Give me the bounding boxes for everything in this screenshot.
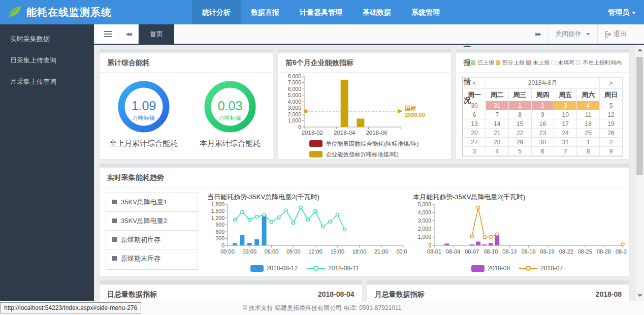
svg-text:09:00: 09:00 (286, 248, 301, 255)
calendar-day[interactable]: 22 (508, 129, 531, 138)
weekday-header: 周日 (600, 89, 623, 101)
sidebar-item-realtime-data[interactable]: 实时采集数据 (0, 28, 94, 50)
calendar-day[interactable]: 13 (463, 119, 486, 129)
calendar-day[interactable]: 1 (508, 101, 531, 110)
calendar-day[interactable]: 6 (463, 110, 486, 119)
calendar-day[interactable]: 31 (486, 101, 508, 110)
calendar-day[interactable]: 5 (508, 147, 531, 156)
calendar-day[interactable]: 14 (486, 119, 508, 129)
panel-drag-handle[interactable] (367, 280, 630, 284)
panel-drag-handle[interactable] (99, 164, 630, 167)
close-operations-dropdown[interactable]: 关闭操作 (548, 24, 597, 44)
calendar-day[interactable]: 16 (531, 119, 554, 129)
meter-item-coal-opening-stock[interactable]: 原煤期初库存 (106, 231, 198, 249)
panel-drag-handle[interactable] (456, 49, 630, 52)
svg-text:08-28: 08-28 (597, 248, 611, 255)
meter-item-35kv-1[interactable]: 35KV总降电量1 (106, 193, 198, 212)
nav-item-data-report[interactable]: 数据直报 (241, 0, 289, 24)
nav-item-meter-management[interactable]: 计量器具管理 (289, 0, 352, 24)
calendar-day[interactable]: 27 (463, 138, 486, 147)
calendar-day[interactable]: 8 (508, 110, 531, 119)
panel-drag-handle[interactable] (99, 280, 363, 284)
nav-item-stats-analysis[interactable]: 统计分析 (192, 0, 241, 24)
nav-item-system-management[interactable]: 系统管理 (401, 0, 450, 24)
legend-swatch (496, 60, 500, 65)
svg-text:0: 0 (221, 242, 224, 248)
calendar-day[interactable]: 17 (554, 119, 577, 129)
calendar-day[interactable]: 26 (600, 129, 623, 138)
calendar-day[interactable]: 7 (554, 147, 577, 156)
svg-text:06:00: 06:00 (265, 248, 279, 255)
calendar-day[interactable]: 18 (577, 119, 600, 129)
panel-drag-handle[interactable] (277, 49, 452, 52)
svg-text:6,000: 6,000 (288, 86, 301, 92)
hamburger-icon (104, 34, 112, 35)
calendar-day[interactable]: 15 (508, 119, 531, 129)
calendar-day[interactable]: 11 (577, 110, 600, 119)
square-bullet-icon (112, 237, 117, 242)
calendar-day[interactable]: 24 (554, 129, 577, 138)
calendar-day[interactable]: 21 (486, 129, 508, 138)
calendar-day[interactable]: 8 (577, 147, 600, 156)
svg-text:08-25: 08-25 (578, 248, 592, 255)
svg-text:4,000: 4,000 (288, 99, 301, 105)
daily-trend-title: 当日能耗趋势-35KV总降电量2(千瓦时) (207, 193, 404, 201)
logout-button[interactable]: 退出 (597, 24, 634, 44)
user-menu[interactable]: 管理员 (608, 0, 636, 24)
calendar-day[interactable]: 3 (554, 101, 577, 110)
monthly-trend-title: 本月能耗趋势-35KV总降电量2(千瓦时) (413, 193, 623, 201)
svg-text:万吨标煤: 万吨标煤 (219, 115, 241, 121)
calendar-day[interactable]: 5 (600, 101, 623, 110)
tab-list-menu-button[interactable] (98, 24, 118, 44)
calendar-day[interactable]: 2 (600, 138, 623, 147)
meter-item-35kv-2[interactable]: 35KV总降电量2 (106, 212, 198, 231)
nav-item-basic-data[interactable]: 基础数据 (352, 0, 401, 24)
calendar-day[interactable]: 31 (554, 138, 577, 147)
calendar-day[interactable]: 19 (600, 119, 623, 129)
svg-text:08-22: 08-22 (559, 248, 573, 255)
calendar-day[interactable]: 3 (463, 147, 486, 156)
calendar-day[interactable]: 2 (531, 101, 554, 110)
calendar-day[interactable]: 4 (577, 101, 600, 110)
svg-text:08-01: 08-01 (427, 248, 441, 255)
meter-item-coal-closing-stock[interactable]: 原煤期末库存 (106, 249, 198, 268)
sidebar-item-daily-upload-query[interactable]: 日采集上传查询 (0, 50, 94, 71)
square-bullet-icon (112, 200, 117, 204)
calendar-day[interactable]: 20 (463, 129, 486, 138)
svg-text:单位能量因数综合能耗(吨标准煤/吨): 单位能量因数综合能耗(吨标准煤/吨) (326, 141, 419, 147)
calendar-day[interactable]: 9 (531, 110, 554, 119)
calendar-next-month[interactable]: > (600, 78, 623, 89)
svg-text:1,800: 1,800 (211, 202, 224, 207)
scroll-down-button[interactable] (635, 291, 644, 300)
scrollbar-thumb[interactable] (636, 57, 643, 175)
calendar-day[interactable]: 28 (486, 138, 508, 147)
calendar-day[interactable]: 9 (600, 147, 623, 156)
scroll-tabs-left-button[interactable]: ◀◀ (118, 24, 139, 44)
calendar-day[interactable]: 1 (577, 138, 600, 147)
calendar-day[interactable]: 7 (486, 110, 508, 119)
calendar-day[interactable]: 25 (577, 129, 600, 138)
svg-text:1,500: 1,500 (211, 208, 224, 214)
calendar-day[interactable]: 29 (508, 138, 531, 147)
calendar-legend: 已上报部分上报未上报未填写不在上报时间内 (471, 53, 622, 72)
legend-swatch (471, 60, 475, 65)
card-title-realtime-trends: 实时采集能耗趋势 (107, 168, 164, 187)
svg-text:企业能效指标2(吨标准煤/吨): 企业能效指标2(吨标准煤/吨) (326, 151, 399, 158)
calendar-day[interactable]: 10 (554, 110, 577, 119)
legend-swatch (551, 60, 556, 65)
calendar-day[interactable]: 23 (531, 129, 554, 138)
svg-text:0: 0 (298, 124, 301, 130)
scroll-tabs-right-button[interactable]: ▶▶ (528, 24, 548, 44)
calendar-day[interactable]: 6 (531, 147, 554, 156)
calendar-day[interactable]: 12 (600, 110, 623, 119)
legend-swatch (526, 60, 531, 65)
calendar-day[interactable]: 4 (486, 147, 508, 156)
panel-drag-handle[interactable] (99, 49, 273, 52)
sidebar-item-monthly-upload-query[interactable]: 月采集上传查询 (0, 71, 94, 92)
leaf-logo-icon (7, 5, 22, 20)
tab-home[interactable]: 首页 (139, 24, 174, 44)
weekday-header: 周五 (554, 89, 577, 101)
scroll-up-button[interactable] (635, 46, 644, 55)
svg-text:08-07: 08-07 (465, 248, 479, 255)
calendar-day[interactable]: 30 (531, 138, 554, 147)
